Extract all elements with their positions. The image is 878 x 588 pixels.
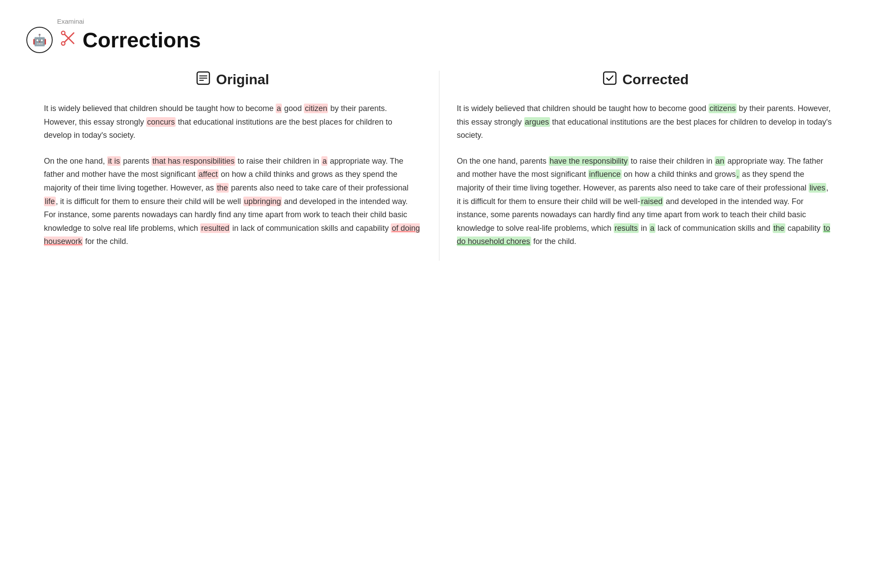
highlight-resulted: resulted <box>200 223 230 233</box>
highlight-the-corrected: the <box>773 223 785 233</box>
highlight-a-corrected: a <box>649 223 655 233</box>
highlight-of-doing-housework: of doing housework <box>44 223 420 247</box>
page-title: Corrections <box>83 28 201 52</box>
highlight-influence: influence <box>588 169 622 179</box>
original-heading: Original <box>216 72 269 88</box>
highlight-a-2: a <box>321 156 327 166</box>
highlight-concurs: concurs <box>146 117 176 127</box>
highlight-have-the-responsibility: have the responsibility <box>549 156 629 166</box>
original-paragraph-2: On the one hand, it is parents that has … <box>44 154 421 248</box>
original-column: Original It is widely believed that chil… <box>26 71 439 261</box>
original-text: It is widely believed that children shou… <box>44 102 421 248</box>
hyphen-corrected: life <box>542 224 552 233</box>
corrected-heading: Corrected <box>623 72 689 88</box>
corrected-text: It is widely believed that children shou… <box>457 102 835 248</box>
highlight-citizens: citizens <box>709 104 737 113</box>
svg-rect-8 <box>604 72 616 84</box>
highlight-results: results <box>614 223 639 233</box>
highlight-that-has-responsibilities: that has responsibilities <box>151 156 235 166</box>
page-header: 🤖 Corrections <box>26 27 852 53</box>
columns-container: Original It is widely believed that chil… <box>26 71 852 261</box>
wrench-icon <box>60 29 77 51</box>
corrected-column: Corrected It is widely believed that chi… <box>439 71 852 261</box>
svg-point-2 <box>61 31 65 35</box>
original-paragraph-1: It is widely believed that children shou… <box>44 102 421 142</box>
original-header: Original <box>44 71 421 89</box>
logo-icon: 🤖 <box>32 33 47 47</box>
highlight-lives: lives <box>809 183 826 193</box>
highlight-upbringing: upbringing <box>243 197 282 206</box>
highlight-a: a <box>276 104 282 113</box>
original-icon <box>196 71 211 89</box>
highlight-affect: affect <box>198 169 219 179</box>
highlight-it-is: it is <box>107 156 121 166</box>
corrections-title-group: Corrections <box>60 28 201 52</box>
corrected-paragraph-1: It is widely believed that children shou… <box>457 102 835 142</box>
svg-point-3 <box>61 42 65 45</box>
highlight-comma: , <box>736 169 740 179</box>
highlight-argues: argues <box>524 117 550 127</box>
highlight-the: the <box>216 183 229 193</box>
highlight-life: life <box>44 197 56 206</box>
corrected-icon <box>602 71 617 89</box>
highlight-raised: raised <box>640 197 663 206</box>
logo-circle: 🤖 <box>26 27 53 53</box>
brand-name: Examinai <box>57 18 852 25</box>
corrected-header: Corrected <box>457 71 835 89</box>
corrected-paragraph-2: On the one hand, parents have the respon… <box>457 154 835 248</box>
highlight-citizen: citizen <box>304 104 328 113</box>
highlight-an: an <box>715 156 725 166</box>
